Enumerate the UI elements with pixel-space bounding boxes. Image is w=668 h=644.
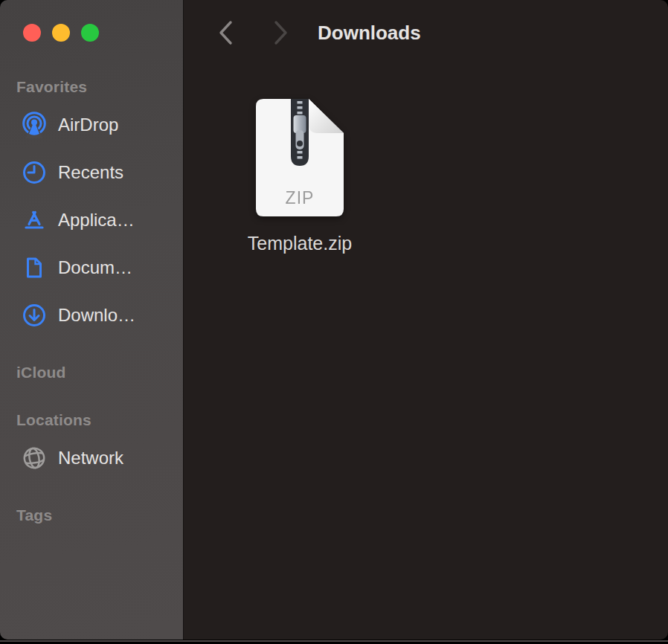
- sidebar-favorites-list: AirDrop Recents: [0, 104, 179, 342]
- minimize-window-button[interactable]: [52, 24, 70, 42]
- sidebar-item-label: AirDrop: [58, 115, 118, 135]
- close-window-button[interactable]: [23, 24, 41, 42]
- toolbar: Downloads: [184, 0, 668, 65]
- document-icon: [21, 254, 48, 281]
- sidebar-section-favorites: Favorites: [16, 78, 87, 96]
- sidebar-section-locations: Locations: [16, 411, 91, 429]
- file-template-zip[interactable]: ZIP Template.zip: [225, 99, 374, 254]
- appstore-icon: [21, 207, 48, 234]
- sidebar-section-icloud: iCloud: [16, 364, 66, 381]
- back-button[interactable]: [215, 18, 237, 48]
- sidebar-item-network[interactable]: Network: [0, 437, 179, 479]
- window-title: Downloads: [318, 22, 421, 45]
- sidebar-item-label: Applica…: [58, 210, 135, 231]
- sidebar-item-label: Network: [58, 448, 123, 468]
- window-controls: [23, 24, 99, 42]
- desktop-edge-line: [0, 640, 668, 642]
- file-name-label: Template.zip: [248, 233, 352, 254]
- sidebar-item-label: Recents: [58, 162, 123, 183]
- airdrop-icon: [21, 112, 48, 138]
- sidebar-item-label: Docum…: [58, 257, 132, 278]
- forward-button[interactable]: [269, 18, 292, 48]
- sidebar: Favorites AirDrop: [0, 0, 183, 640]
- sidebar-item-airdrop[interactable]: AirDrop: [0, 104, 179, 146]
- content-pane: Downloads: [183, 0, 668, 640]
- zoom-window-button[interactable]: [81, 24, 99, 42]
- download-circle-icon: [21, 302, 48, 329]
- sidebar-item-applications[interactable]: Applica…: [0, 199, 179, 241]
- sidebar-section-tags: Tags: [16, 506, 52, 524]
- finder-window: Favorites AirDrop: [0, 0, 668, 640]
- sidebar-item-label: Downlo…: [58, 305, 135, 326]
- globe-icon: [21, 445, 48, 471]
- zip-file-icon: ZIP: [256, 99, 344, 216]
- clock-icon: [21, 159, 48, 186]
- sidebar-item-documents[interactable]: Docum…: [0, 247, 179, 289]
- zip-badge-label: ZIP: [286, 188, 315, 207]
- sidebar-item-downloads[interactable]: Downlo…: [0, 294, 179, 336]
- sidebar-item-recents[interactable]: Recents: [0, 152, 179, 193]
